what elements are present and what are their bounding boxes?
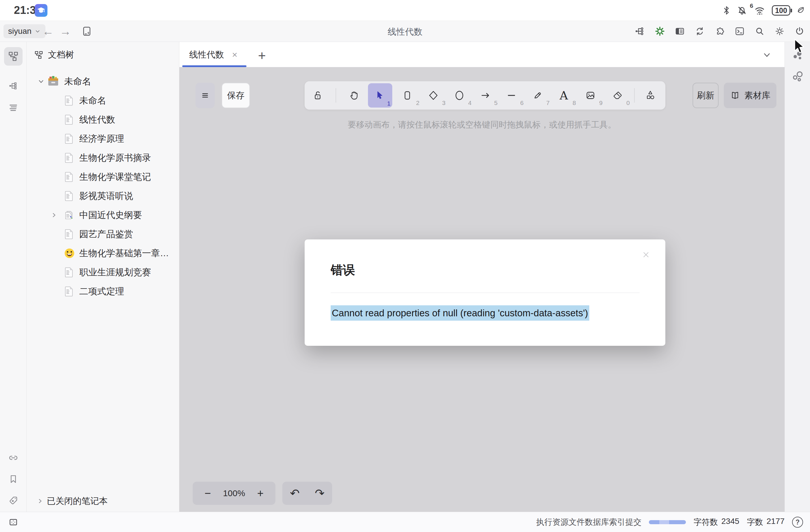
dock-doc-tree-button[interactable]	[4, 47, 22, 66]
tool-line[interactable]: 6	[503, 87, 520, 103]
doc-label[interactable]: 生物化学原书摘录	[79, 152, 151, 164]
doc-row[interactable]: 园艺产品鉴赏	[27, 225, 179, 244]
app-toolbar: siyuan ← → 线性代数	[0, 21, 810, 42]
closed-notebooks-label: 已关闭的笔记本	[47, 495, 108, 507]
dock-graph-button[interactable]	[4, 77, 22, 95]
tool-shortcut: 9	[599, 99, 603, 106]
tool-shortcut: 0	[626, 99, 630, 106]
doc-label[interactable]: 职业生涯规划竞赛	[79, 266, 151, 279]
dock-outline-button[interactable]	[4, 99, 22, 117]
plugins-puzzle-button[interactable]	[713, 26, 726, 37]
save-button[interactable]: 保存	[222, 83, 250, 108]
chevron-right-icon	[36, 497, 44, 505]
page-icon	[64, 267, 75, 278]
dock-bookmark-button[interactable]	[4, 470, 22, 488]
theme-sun-button[interactable]	[773, 26, 786, 37]
help-button[interactable]: ?	[792, 517, 803, 528]
doc-label[interactable]: 二项式定理	[79, 285, 124, 298]
doc-label[interactable]: 园艺产品鉴赏	[79, 228, 133, 240]
doc-row[interactable]: 生物化学原书摘录	[27, 148, 179, 167]
page-icon	[64, 133, 75, 144]
dialog-title: 错误	[331, 262, 355, 278]
doc-tree-panel: 文档树 未命名 未命名	[27, 42, 179, 512]
dock-panel-button[interactable]	[674, 26, 686, 37]
library-button[interactable]: 素材库	[724, 83, 776, 108]
doc-row[interactable]: 影视英语听说	[27, 186, 179, 205]
tool-diamond[interactable]: 3	[425, 87, 441, 103]
toolbar-actions	[634, 21, 806, 41]
tool-text[interactable]: A 8	[556, 87, 572, 103]
doc-label[interactable]: 经济学原理	[79, 133, 124, 145]
tab-close-icon[interactable]: ×	[232, 49, 238, 60]
bookmark-icon	[8, 473, 19, 485]
new-tab-button[interactable]: +	[258, 48, 266, 63]
chevron-right-icon[interactable]	[50, 211, 58, 219]
whiteboard-menu-button[interactable]	[196, 83, 215, 108]
undo-button[interactable]: ↶	[290, 487, 300, 500]
doc-row[interactable]: 经济学原理	[27, 129, 179, 148]
tab-linear-algebra[interactable]: 线性代数 ×	[182, 42, 246, 67]
doc-label[interactable]: 未命名	[79, 95, 106, 107]
zoom-level[interactable]: 100%	[223, 488, 245, 498]
dock-tag-button[interactable]	[4, 491, 22, 510]
tool-image[interactable]: 9	[582, 87, 599, 103]
notebook-label[interactable]: 未命名	[64, 76, 91, 88]
power-saver-leaf-icon	[796, 5, 805, 16]
notebook-row[interactable]: 未命名	[27, 72, 179, 91]
tool-more-shapes[interactable]	[642, 87, 659, 103]
tool-hand[interactable]	[346, 87, 362, 103]
chevron-down-icon[interactable]	[37, 78, 45, 86]
zoom-out-button[interactable]: −	[202, 487, 213, 500]
text-tool-glyph: A	[560, 89, 568, 102]
doc-row[interactable]: 生物化学课堂笔记	[27, 167, 179, 186]
siyuan-app-icon	[35, 4, 47, 17]
circles-cluster-icon[interactable]	[792, 70, 805, 82]
closed-notebooks-row[interactable]: 已关闭的笔记本	[27, 493, 179, 510]
search-button[interactable]	[753, 26, 766, 37]
tool-shortcut: 1	[387, 100, 391, 107]
task-progress-bar	[649, 520, 686, 524]
tool-ellipse[interactable]: 4	[451, 87, 468, 103]
tool-selection[interactable]: 1	[368, 83, 392, 107]
doc-label[interactable]: 线性代数	[79, 114, 115, 126]
doc-label[interactable]: 生物化学课堂笔记	[79, 171, 151, 183]
doc-label[interactable]: 中国近代史纲要	[79, 209, 142, 221]
page-icon	[64, 152, 75, 163]
doc-tree-title: 文档树	[48, 49, 74, 61]
settings-gear-icon[interactable]	[653, 25, 666, 37]
refresh-button[interactable]: 刷新	[693, 83, 718, 108]
tab-overflow-chevron-icon[interactable]	[762, 50, 772, 60]
word-count: 字数 2177	[747, 517, 784, 528]
tool-draw[interactable]: 7	[530, 87, 546, 103]
tool-eraser[interactable]: 0	[610, 87, 626, 103]
terminal-button[interactable]	[733, 26, 746, 37]
tab-label[interactable]: 线性代数	[189, 49, 224, 61]
doc-row-expandable[interactable]: 中国近代史纲要	[27, 205, 179, 225]
content-area: 线性代数 × + 保存	[179, 42, 784, 512]
dialog-close-icon[interactable]	[641, 249, 651, 260]
tool-arrow[interactable]: 5	[477, 87, 493, 103]
tool-rectangle[interactable]: 2	[399, 87, 416, 103]
power-button[interactable]	[793, 26, 806, 37]
char-count-value: 2345	[721, 517, 739, 528]
dock-toggle-icon[interactable]	[7, 517, 19, 528]
doc-label[interactable]: 影视英语听说	[79, 190, 133, 202]
dock-backlinks-button[interactable]	[4, 448, 22, 467]
redo-button[interactable]: ↷	[315, 487, 325, 500]
zoom-in-button[interactable]: +	[255, 487, 266, 500]
doc-row[interactable]: 职业生涯规划竞赛	[27, 263, 179, 282]
char-count: 字符数 2345	[693, 517, 739, 528]
whiteboard-canvas[interactable]: 保存	[179, 67, 784, 512]
doc-row[interactable]: 线性代数	[27, 110, 179, 129]
graph-button[interactable]	[634, 26, 646, 37]
tool-lock[interactable]	[310, 87, 326, 103]
doc-label[interactable]: 生物化学基础第一章…	[79, 247, 169, 259]
doc-row[interactable]: 未命名	[27, 91, 179, 110]
background-task-label: 执行资源文件数据库索引提交	[536, 517, 641, 528]
sync-button[interactable]	[693, 26, 706, 37]
status-right-group: 执行资源文件数据库索引提交 字符数 2345 字数 2177 ?	[536, 512, 803, 532]
tool-shortcut: 6	[520, 99, 523, 106]
doc-row[interactable]: 二项式定理	[27, 282, 179, 301]
doc-row[interactable]: 生物化学基础第一章…	[27, 244, 179, 263]
pages-icon	[64, 210, 75, 221]
